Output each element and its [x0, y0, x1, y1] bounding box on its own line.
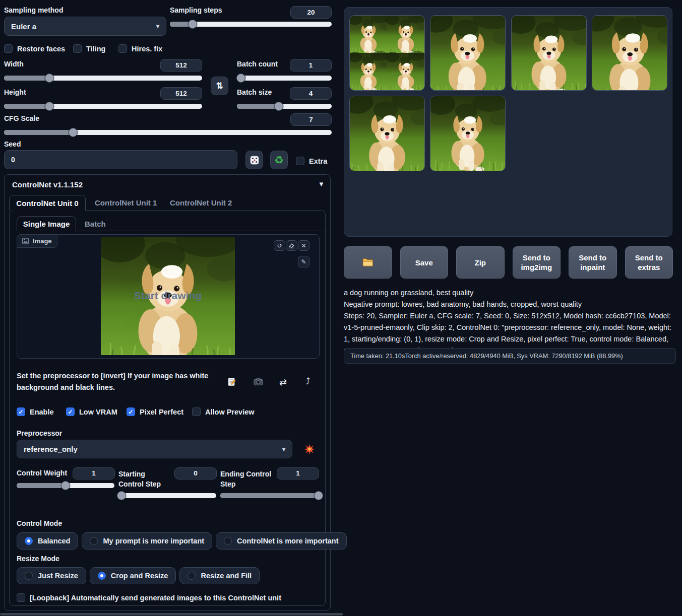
- seed-label: Seed: [4, 140, 21, 148]
- send-to-inpaint-button[interactable]: Send to inpaint: [569, 246, 617, 279]
- tab-controlnet-unit-2[interactable]: ControlNet Unit 2: [170, 198, 232, 207]
- mirror-webcam-icon[interactable]: ⇄: [279, 377, 287, 388]
- undo-button[interactable]: ↺: [274, 240, 285, 251]
- sampling-method-value: Euler a: [11, 22, 36, 31]
- low-vram-checkbox[interactable]: ✓ Low VRAM: [66, 407, 117, 416]
- tiling-label: Tiling: [86, 45, 105, 53]
- zip-button[interactable]: Zip: [456, 246, 505, 279]
- camera-icon: [253, 377, 264, 387]
- hires-fix-label: Hires. fix: [132, 45, 162, 53]
- sampling-steps-slider[interactable]: [170, 20, 332, 29]
- chevron-down-icon: ▾: [156, 23, 159, 30]
- clear-image-button[interactable]: ✕: [298, 240, 309, 251]
- preprocessor-dropdown[interactable]: reference_only ▾: [17, 440, 292, 458]
- radio-just-resize[interactable]: Just Resize: [17, 567, 86, 584]
- starting-step-label: Starting Control Step: [118, 469, 172, 489]
- gallery-thumb-2[interactable]: [511, 15, 587, 91]
- pixel-perfect-checkbox[interactable]: ✓ Pixel Perfect: [127, 407, 183, 416]
- tab-controlnet-unit-1[interactable]: ControlNet Unit 1: [95, 198, 157, 207]
- tiling-checkbox[interactable]: Tiling: [73, 44, 105, 53]
- radio-icon: [90, 537, 98, 545]
- height-label: Height: [4, 88, 26, 96]
- width-input[interactable]: 512: [160, 59, 202, 72]
- sampling-method-dropdown[interactable]: Euler a ▾: [4, 17, 166, 36]
- swap-width-height-button[interactable]: ⇅: [211, 77, 228, 95]
- radio-selected-icon: [25, 537, 33, 545]
- control-weight-slider[interactable]: [17, 481, 114, 490]
- cfg-scale-input[interactable]: 7: [290, 113, 332, 126]
- starting-step-input[interactable]: 0: [174, 467, 217, 480]
- explosion-icon: [304, 444, 315, 455]
- radio-crop-and-resize[interactable]: Crop and Resize: [90, 567, 176, 584]
- new-canvas-button[interactable]: [227, 377, 237, 389]
- gallery-thumb-5[interactable]: [430, 96, 506, 171]
- height-input[interactable]: 512: [160, 87, 202, 100]
- restore-faces-checkbox[interactable]: Restore faces: [4, 44, 65, 53]
- gallery-thumb-1[interactable]: [430, 15, 506, 91]
- loopback-checkbox[interactable]: [Loopback] Automatically send generated …: [17, 593, 319, 602]
- ending-step-input[interactable]: 1: [277, 467, 319, 480]
- radio-balanced[interactable]: Balanced: [17, 532, 78, 550]
- gallery-thumb-grid[interactable]: [349, 15, 425, 91]
- chevron-down-icon: ▾: [282, 446, 285, 453]
- recycle-icon: ♻: [274, 154, 284, 166]
- hires-fix-checkbox[interactable]: Hires. fix: [118, 44, 162, 53]
- sampling-method-label: Sampling method: [4, 6, 63, 14]
- width-label: Width: [4, 60, 24, 68]
- random-seed-button[interactable]: [245, 151, 263, 169]
- radio-icon: [188, 572, 196, 580]
- save-button[interactable]: Save: [400, 246, 449, 279]
- cfg-scale-label: CFG Scale: [4, 114, 39, 122]
- resize-mode-group: Just Resize Crop and Resize Resize and F…: [17, 567, 260, 584]
- extra-seed-checkbox[interactable]: Extra: [296, 157, 327, 165]
- send-dimensions-icon[interactable]: ⤴: [305, 376, 310, 387]
- checkbox-icon: [118, 44, 127, 53]
- starting-step-slider[interactable]: [118, 491, 216, 500]
- checkbox-icon: [4, 44, 13, 53]
- send-to-extras-button[interactable]: Send to extras: [625, 246, 673, 279]
- cfg-scale-slider[interactable]: [4, 128, 332, 137]
- tab-batch[interactable]: Batch: [85, 220, 106, 228]
- run-preprocessor-button[interactable]: [304, 444, 315, 457]
- undo-icon: ↺: [277, 242, 282, 249]
- allow-preview-checkbox[interactable]: Allow Preview: [192, 407, 255, 416]
- accordion-collapse-icon[interactable]: ▼: [318, 180, 325, 188]
- height-slider[interactable]: [4, 102, 202, 111]
- swap-icon: ⇅: [216, 81, 223, 91]
- horizontal-scrollbar[interactable]: [0, 613, 343, 615]
- width-slider[interactable]: [4, 74, 202, 83]
- checkbox-checked-icon: ✓: [17, 407, 25, 416]
- sampling-steps-input[interactable]: 20: [290, 6, 332, 19]
- gallery-thumb-4[interactable]: [349, 96, 425, 171]
- seed-value: 0: [11, 156, 15, 164]
- send-to-img2img-button[interactable]: Send to img2img: [513, 246, 561, 279]
- image-icon: [22, 238, 29, 244]
- radio-resize-and-fill[interactable]: Resize and Fill: [179, 567, 260, 584]
- edit-sketch-button[interactable]: ✎: [298, 256, 309, 267]
- radio-prompt-important[interactable]: My prompt is more important: [82, 532, 212, 550]
- radio-icon: [224, 537, 232, 545]
- reuse-seed-button[interactable]: ♻: [270, 151, 288, 169]
- controlnet-input-image[interactable]: Start drawing: [101, 237, 235, 355]
- enable-checkbox[interactable]: ✓ Enable: [17, 407, 54, 416]
- tab-controlnet-unit-0[interactable]: ControlNet Unit 0: [9, 195, 86, 211]
- negative-prompt-text: Negative prompt: lowres, bad anatomy, ba…: [344, 299, 677, 310]
- seed-input[interactable]: 0: [4, 150, 237, 169]
- webcam-button[interactable]: [253, 377, 264, 389]
- control-weight-input[interactable]: 1: [73, 467, 115, 480]
- open-folder-button[interactable]: [344, 246, 392, 279]
- batch-size-input[interactable]: 4: [290, 87, 332, 100]
- controlnet-title[interactable]: ControlNet v1.1.152: [12, 180, 83, 189]
- ending-step-slider[interactable]: [220, 491, 319, 500]
- batch-count-input[interactable]: 1: [290, 59, 332, 72]
- tab-single-image[interactable]: Single Image: [17, 216, 76, 231]
- gallery-thumb-3[interactable]: [592, 15, 667, 91]
- radio-controlnet-important[interactable]: ControlNet is more important: [216, 532, 346, 550]
- eraser-icon: [288, 242, 295, 249]
- batch-count-slider[interactable]: [237, 74, 332, 83]
- extra-seed-label: Extra: [309, 157, 327, 165]
- preprocessor-value: reference_only: [24, 445, 78, 453]
- eraser-button[interactable]: [286, 240, 297, 251]
- batch-size-slider[interactable]: [237, 102, 332, 111]
- time-taken-bar: Time taken: 21.10sTorch active/reserved:…: [344, 348, 676, 364]
